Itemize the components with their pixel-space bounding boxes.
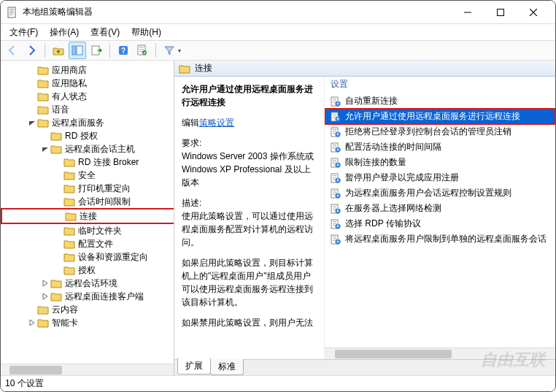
settings-list-item[interactable]: 允许用户通过使用远程桌面服务进行远程连接: [325, 109, 555, 124]
menu-help[interactable]: 帮助(H): [126, 25, 167, 40]
tree-item[interactable]: 授权: [1, 264, 174, 277]
tree-item[interactable]: 远程会话环境: [1, 277, 174, 290]
svg-point-50: [337, 164, 339, 165]
svg-rect-53: [333, 175, 336, 176]
tree-item[interactable]: 云内容: [1, 303, 174, 316]
scrollbar-thumb[interactable]: [335, 350, 452, 358]
settings-list-item[interactable]: 限制连接的数量: [325, 155, 555, 170]
tree-item[interactable]: 安全: [1, 169, 174, 182]
toolbar-help[interactable]: ?: [115, 42, 132, 59]
toolbar-separator-3: [155, 43, 156, 58]
edit-policy-link[interactable]: 策略设置: [199, 118, 234, 128]
svg-rect-14: [139, 49, 144, 50]
tree-item-label: 安全: [78, 169, 96, 182]
chevron-down-icon[interactable]: ▾: [178, 47, 181, 54]
settings-list-item[interactable]: 选择 RDP 传输协议: [325, 216, 555, 231]
menubar: 文件(F) 操作(A) 查看(V) 帮助(H): [1, 24, 555, 40]
settings-scrollbar[interactable]: [325, 347, 555, 359]
svg-rect-40: [333, 146, 336, 147]
tree-item[interactable]: 连接: [1, 208, 174, 224]
tree-item[interactable]: 临时文件夹: [1, 224, 174, 237]
svg-rect-32: [333, 129, 336, 130]
tree-expand-toggle[interactable]: [40, 280, 50, 287]
folder-icon: [63, 239, 75, 249]
scrollbar-thumb[interactable]: [9, 366, 62, 374]
folder-icon: [50, 144, 62, 154]
settings-item-label: 限制连接的数量: [345, 156, 406, 169]
app-window: 本地组策略编辑器 文件(F) 操作(A) 查看(V) 帮助(H): [0, 0, 556, 392]
tree-item[interactable]: 打印机重定向: [1, 182, 174, 195]
tree-root: 应用商店应用隐私有人状态语音远程桌面服务RD 授权远程桌面会话主机RD 连接 B…: [1, 61, 174, 344]
settings-list[interactable]: 设置 自动重新连接允许用户通过使用远程桌面服务进行远程连接拒绝将已经登录到控制台…: [325, 77, 555, 359]
svg-point-78: [337, 225, 339, 226]
folder-icon: [65, 211, 77, 221]
policy-icon: [331, 127, 341, 137]
tree-item[interactable]: RD 连接 Broker: [1, 155, 174, 169]
maximize-icon: [497, 9, 504, 16]
svg-rect-25: [333, 114, 336, 115]
svg-rect-67: [333, 206, 336, 207]
settings-list-item[interactable]: 拒绝将已经登录到控制台会话的管理员注销: [325, 124, 555, 139]
tree-item[interactable]: 有人状态: [1, 90, 174, 103]
tree-item-label: 应用商店: [52, 64, 87, 77]
tree-item[interactable]: 会话时间限制: [1, 195, 174, 208]
chevron-expanded-icon: [28, 119, 36, 126]
tree-item[interactable]: 远程桌面会话主机: [1, 142, 174, 155]
settings-list-item[interactable]: 将远程桌面服务用户限制到单独的远程桌面服务会话: [325, 231, 555, 247]
tab-extended[interactable]: 扩展: [177, 358, 211, 374]
tree-item[interactable]: 配置文件: [1, 237, 174, 250]
help-icon: ?: [117, 45, 129, 56]
svg-rect-15: [139, 51, 142, 52]
toolbar-back[interactable]: [4, 42, 21, 59]
svg-rect-2: [9, 10, 14, 11]
properties-icon: [136, 45, 148, 56]
toolbar-properties[interactable]: [134, 42, 151, 59]
tree-item[interactable]: 远程桌面服务: [1, 116, 174, 129]
close-button[interactable]: [517, 1, 549, 24]
menu-action[interactable]: 操作(A): [44, 25, 85, 40]
tree-scrollbar[interactable]: [1, 364, 174, 375]
svg-rect-3: [9, 12, 14, 13]
tree-item[interactable]: 设备和资源重定向: [1, 250, 174, 264]
client-area: 应用商店应用隐私有人状态语音远程桌面服务RD 授权远程桌面会话主机RD 连接 B…: [1, 61, 555, 375]
svg-rect-72: [337, 208, 338, 209]
tree-item[interactable]: RD 授权: [1, 129, 174, 142]
tree-expand-toggle[interactable]: [27, 119, 37, 126]
settings-list-item[interactable]: 在服务器上选择网络检测: [325, 201, 555, 216]
toolbar-export-list[interactable]: [88, 42, 105, 59]
settings-column-header[interactable]: 设置: [325, 77, 555, 93]
tree-item-label: 打印机重定向: [78, 182, 131, 195]
menu-file[interactable]: 文件(F): [4, 25, 44, 40]
tree-item[interactable]: 应用商店: [1, 64, 174, 77]
tree-expand-toggle[interactable]: [40, 145, 50, 153]
toolbar-up-level[interactable]: [50, 42, 67, 59]
toolbar-filter[interactable]: [161, 42, 178, 59]
minimize-icon: [464, 9, 471, 16]
policy-icon: [331, 204, 341, 214]
tree-pane[interactable]: 应用商店应用隐私有人状态语音远程桌面服务RD 授权远程桌面会话主机RD 连接 B…: [1, 61, 174, 375]
minimize-button[interactable]: [451, 1, 484, 24]
toolbar-show-hide-tree[interactable]: [69, 42, 86, 59]
settings-list-item[interactable]: 为远程桌面服务用户会话远程控制设置规则: [325, 185, 555, 201]
maximize-button[interactable]: [484, 1, 517, 24]
menu-view[interactable]: 查看(V): [85, 25, 126, 40]
policy-icon: [331, 173, 341, 183]
folder-icon: [63, 196, 75, 207]
tree-item[interactable]: 应用隐私: [1, 77, 174, 90]
settings-list-item[interactable]: 配置活动连接的时间间隔: [325, 139, 555, 155]
tree-item[interactable]: 语音: [1, 103, 174, 116]
tab-standard[interactable]: 标准: [210, 359, 244, 375]
tree-expand-toggle[interactable]: [27, 319, 37, 326]
tree-item[interactable]: 智能卡: [1, 316, 174, 329]
toolbar-forward[interactable]: [23, 42, 40, 59]
tree-item[interactable]: 远程桌面连接客户端: [1, 290, 174, 303]
tree-expand-toggle[interactable]: [40, 293, 50, 300]
folder-icon: [50, 291, 62, 301]
folder-icon: [37, 304, 49, 315]
svg-rect-7: [72, 46, 76, 55]
svg-rect-37: [337, 131, 338, 132]
window-title: 本地组策略编辑器: [23, 6, 451, 18]
settings-list-item[interactable]: 自动重新连接: [325, 93, 555, 109]
folder-icon: [37, 104, 49, 115]
settings-list-item[interactable]: 暂停用户登录以完成应用注册: [325, 170, 555, 185]
